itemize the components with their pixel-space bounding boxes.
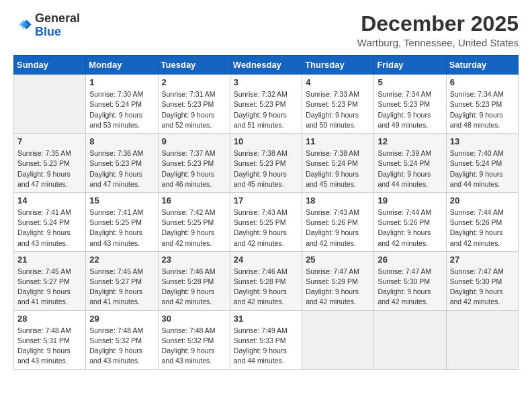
day-info: Sunrise: 7:49 AMSunset: 5:33 PMDaylight:… xyxy=(234,326,298,367)
calendar-cell: 25Sunrise: 7:47 AMSunset: 5:29 PMDayligh… xyxy=(302,251,374,310)
day-info: Sunrise: 7:30 AMSunset: 5:24 PMDaylight:… xyxy=(89,89,154,130)
day-info: Sunrise: 7:37 AMSunset: 5:23 PMDaylight:… xyxy=(162,148,226,189)
day-number: 21 xyxy=(17,255,82,265)
day-info: Sunrise: 7:48 AMSunset: 5:32 PMDaylight:… xyxy=(162,326,226,367)
calendar-cell: 3Sunrise: 7:32 AMSunset: 5:23 PMDaylight… xyxy=(230,75,302,134)
day-info: Sunrise: 7:36 AMSunset: 5:23 PMDaylight:… xyxy=(89,148,154,189)
month-title: December 2025 xyxy=(357,12,519,36)
title-block: December 2025 Wartburg, Tennessee, Unite… xyxy=(357,12,519,48)
calendar-table: SundayMondayTuesdayWednesdayThursdayFrid… xyxy=(13,55,519,369)
day-info: Sunrise: 7:48 AMSunset: 5:31 PMDaylight:… xyxy=(17,326,82,367)
day-number: 10 xyxy=(234,136,298,146)
day-number: 3 xyxy=(234,77,298,87)
day-info: Sunrise: 7:47 AMSunset: 5:30 PMDaylight:… xyxy=(378,267,442,308)
logo-icon xyxy=(13,16,32,35)
calendar-cell: 30Sunrise: 7:48 AMSunset: 5:32 PMDayligh… xyxy=(158,310,230,369)
day-info: Sunrise: 7:40 AMSunset: 5:24 PMDaylight:… xyxy=(450,148,515,189)
day-info: Sunrise: 7:34 AMSunset: 5:23 PMDaylight:… xyxy=(378,89,442,130)
day-info: Sunrise: 7:35 AMSunset: 5:23 PMDaylight:… xyxy=(17,148,82,189)
calendar-cell: 22Sunrise: 7:45 AMSunset: 5:27 PMDayligh… xyxy=(86,251,158,310)
day-info: Sunrise: 7:42 AMSunset: 5:25 PMDaylight:… xyxy=(162,208,226,248)
day-number: 15 xyxy=(89,195,154,205)
day-info: Sunrise: 7:48 AMSunset: 5:32 PMDaylight:… xyxy=(89,326,154,367)
day-number: 26 xyxy=(378,255,442,265)
day-info: Sunrise: 7:45 AMSunset: 5:27 PMDaylight:… xyxy=(89,267,154,308)
calendar-cell: 9Sunrise: 7:37 AMSunset: 5:23 PMDaylight… xyxy=(158,134,230,193)
day-info: Sunrise: 7:44 AMSunset: 5:26 PMDaylight:… xyxy=(378,208,442,248)
calendar-cell: 2Sunrise: 7:31 AMSunset: 5:23 PMDaylight… xyxy=(158,75,230,134)
calendar-cell: 19Sunrise: 7:44 AMSunset: 5:26 PMDayligh… xyxy=(374,192,446,251)
day-of-week-header: Saturday xyxy=(446,56,518,75)
calendar-cell: 1Sunrise: 7:30 AMSunset: 5:24 PMDaylight… xyxy=(86,75,158,134)
calendar-cell xyxy=(302,310,374,369)
day-info: Sunrise: 7:47 AMSunset: 5:29 PMDaylight:… xyxy=(306,267,370,308)
day-info: Sunrise: 7:46 AMSunset: 5:28 PMDaylight:… xyxy=(234,267,298,308)
calendar-cell: 10Sunrise: 7:38 AMSunset: 5:23 PMDayligh… xyxy=(230,134,302,193)
day-number: 17 xyxy=(234,195,298,205)
calendar-cell: 24Sunrise: 7:46 AMSunset: 5:28 PMDayligh… xyxy=(230,251,302,310)
day-number: 20 xyxy=(450,195,515,205)
calendar-cell: 23Sunrise: 7:46 AMSunset: 5:28 PMDayligh… xyxy=(158,251,230,310)
day-number: 30 xyxy=(162,314,226,324)
calendar-cell: 16Sunrise: 7:42 AMSunset: 5:25 PMDayligh… xyxy=(158,192,230,251)
calendar-cell: 26Sunrise: 7:47 AMSunset: 5:30 PMDayligh… xyxy=(374,251,446,310)
day-info: Sunrise: 7:44 AMSunset: 5:26 PMDaylight:… xyxy=(450,208,515,248)
calendar-cell: 11Sunrise: 7:38 AMSunset: 5:24 PMDayligh… xyxy=(302,134,374,193)
calendar-cell xyxy=(446,310,518,369)
calendar-week-row: 7Sunrise: 7:35 AMSunset: 5:23 PMDaylight… xyxy=(14,134,519,193)
day-number: 12 xyxy=(378,136,442,146)
logo-text: General Blue xyxy=(35,12,80,39)
day-number: 1 xyxy=(89,77,154,87)
day-number: 2 xyxy=(162,77,226,87)
day-number: 14 xyxy=(17,195,82,205)
page-header: General Blue December 2025 Wartburg, Ten… xyxy=(13,12,519,48)
day-info: Sunrise: 7:47 AMSunset: 5:30 PMDaylight:… xyxy=(450,267,515,308)
day-number: 9 xyxy=(162,136,226,146)
day-number: 29 xyxy=(89,314,154,324)
day-number: 25 xyxy=(306,255,370,265)
day-number: 27 xyxy=(450,255,515,265)
calendar-header-row: SundayMondayTuesdayWednesdayThursdayFrid… xyxy=(14,56,519,75)
day-number: 28 xyxy=(17,314,82,324)
day-number: 11 xyxy=(306,136,370,146)
calendar-cell: 5Sunrise: 7:34 AMSunset: 5:23 PMDaylight… xyxy=(374,75,446,134)
day-info: Sunrise: 7:43 AMSunset: 5:26 PMDaylight:… xyxy=(306,208,370,248)
day-number: 8 xyxy=(89,136,154,146)
calendar-cell: 15Sunrise: 7:41 AMSunset: 5:25 PMDayligh… xyxy=(86,192,158,251)
day-info: Sunrise: 7:45 AMSunset: 5:27 PMDaylight:… xyxy=(17,267,82,308)
calendar-cell: 8Sunrise: 7:36 AMSunset: 5:23 PMDaylight… xyxy=(86,134,158,193)
day-info: Sunrise: 7:34 AMSunset: 5:23 PMDaylight:… xyxy=(450,89,515,130)
calendar-cell: 14Sunrise: 7:41 AMSunset: 5:24 PMDayligh… xyxy=(14,192,86,251)
logo: General Blue xyxy=(13,12,80,39)
day-of-week-header: Friday xyxy=(374,56,446,75)
day-info: Sunrise: 7:43 AMSunset: 5:25 PMDaylight:… xyxy=(234,208,298,248)
day-info: Sunrise: 7:41 AMSunset: 5:25 PMDaylight:… xyxy=(89,208,154,248)
calendar-cell: 17Sunrise: 7:43 AMSunset: 5:25 PMDayligh… xyxy=(230,192,302,251)
day-of-week-header: Tuesday xyxy=(158,56,230,75)
day-info: Sunrise: 7:31 AMSunset: 5:23 PMDaylight:… xyxy=(162,89,226,130)
day-info: Sunrise: 7:38 AMSunset: 5:23 PMDaylight:… xyxy=(234,148,298,189)
calendar-cell xyxy=(374,310,446,369)
calendar-cell: 4Sunrise: 7:33 AMSunset: 5:23 PMDaylight… xyxy=(302,75,374,134)
day-number: 19 xyxy=(378,195,442,205)
day-number: 13 xyxy=(450,136,515,146)
calendar-week-row: 14Sunrise: 7:41 AMSunset: 5:24 PMDayligh… xyxy=(14,192,519,251)
calendar-cell: 31Sunrise: 7:49 AMSunset: 5:33 PMDayligh… xyxy=(230,310,302,369)
day-number: 18 xyxy=(306,195,370,205)
day-info: Sunrise: 7:41 AMSunset: 5:24 PMDaylight:… xyxy=(17,208,82,248)
day-number: 16 xyxy=(162,195,226,205)
calendar-cell: 28Sunrise: 7:48 AMSunset: 5:31 PMDayligh… xyxy=(14,310,86,369)
day-info: Sunrise: 7:39 AMSunset: 5:24 PMDaylight:… xyxy=(378,148,442,189)
day-info: Sunrise: 7:46 AMSunset: 5:28 PMDaylight:… xyxy=(162,267,226,308)
day-info: Sunrise: 7:33 AMSunset: 5:23 PMDaylight:… xyxy=(306,89,370,130)
calendar-cell: 7Sunrise: 7:35 AMSunset: 5:23 PMDaylight… xyxy=(14,134,86,193)
day-of-week-header: Monday xyxy=(86,56,158,75)
calendar-cell: 27Sunrise: 7:47 AMSunset: 5:30 PMDayligh… xyxy=(446,251,518,310)
day-info: Sunrise: 7:38 AMSunset: 5:24 PMDaylight:… xyxy=(306,148,370,189)
day-of-week-header: Thursday xyxy=(302,56,374,75)
calendar-cell: 18Sunrise: 7:43 AMSunset: 5:26 PMDayligh… xyxy=(302,192,374,251)
calendar-cell: 20Sunrise: 7:44 AMSunset: 5:26 PMDayligh… xyxy=(446,192,518,251)
calendar-cell: 12Sunrise: 7:39 AMSunset: 5:24 PMDayligh… xyxy=(374,134,446,193)
calendar-week-row: 1Sunrise: 7:30 AMSunset: 5:24 PMDaylight… xyxy=(14,75,519,134)
day-of-week-header: Wednesday xyxy=(230,56,302,75)
